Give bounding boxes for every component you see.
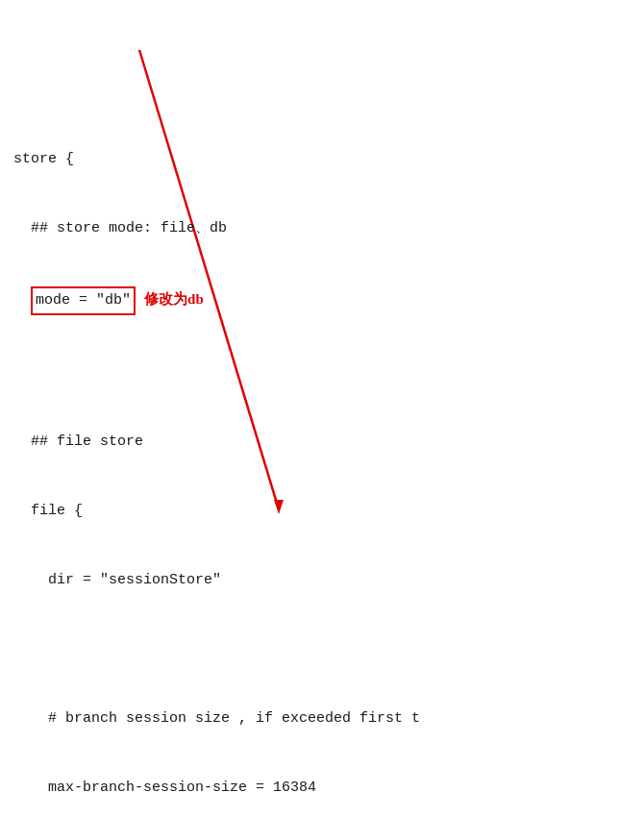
line-6: file { bbox=[13, 500, 631, 523]
code-block: store { ## store mode: file、db mode = "d… bbox=[0, 0, 644, 817]
line-7: dir = "sessionStore" bbox=[13, 569, 631, 592]
mode-highlight: mode = "db" bbox=[31, 286, 136, 315]
line-3: mode = "db" 修改为db bbox=[13, 286, 631, 315]
line-2: ## store mode: file、db bbox=[13, 217, 631, 240]
line-8 bbox=[13, 638, 631, 661]
arrow-overlay bbox=[0, 0, 644, 817]
line-4 bbox=[13, 361, 631, 384]
line-10: max-branch-session-size = 16384 bbox=[13, 777, 631, 800]
line-9: # branch session size , if exceeded firs… bbox=[13, 707, 631, 730]
line-1: store { bbox=[13, 148, 631, 171]
mode-annotation: 修改为db bbox=[144, 291, 204, 307]
line-5: ## file store bbox=[13, 431, 631, 454]
